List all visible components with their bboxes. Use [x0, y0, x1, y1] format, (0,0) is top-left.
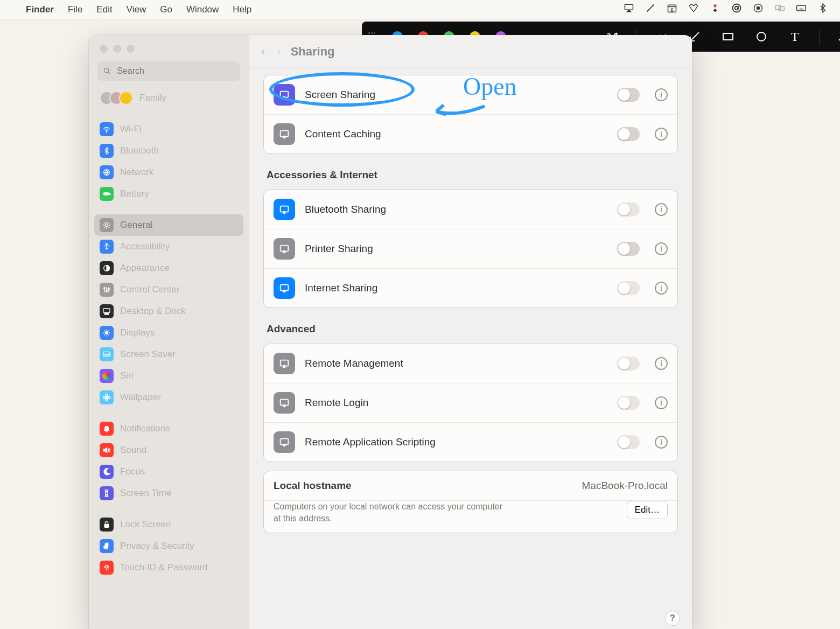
- setting-row-printer-sharing[interactable]: Printer Sharingi: [264, 229, 677, 268]
- sidebar-item-label: Touch ID & Password: [120, 562, 208, 573]
- nav-forward[interactable]: ›: [275, 45, 283, 59]
- toggle-switch[interactable]: [617, 127, 640, 141]
- app-name[interactable]: Finder: [26, 4, 54, 15]
- svg-rect-5: [775, 5, 781, 10]
- sharing-services-group: Screen SharingiContent Cachingi: [263, 75, 678, 154]
- record-icon[interactable]: [753, 3, 764, 16]
- sidebar-item-screen-time[interactable]: Screen Time: [94, 483, 243, 504]
- toggle-switch[interactable]: [617, 357, 640, 371]
- sidebar-item-control-center[interactable]: Control Center: [94, 279, 243, 300]
- info-icon[interactable]: i: [655, 282, 668, 295]
- info-icon[interactable]: i: [655, 242, 668, 255]
- hostname-value: MacBook-Pro.local: [582, 480, 668, 492]
- sidebar-item-displays[interactable]: Displays: [94, 322, 243, 344]
- traffic-max[interactable]: [127, 45, 135, 53]
- svg-point-16: [106, 243, 108, 245]
- sidebar-item-accessibility[interactable]: Accessibility: [94, 236, 243, 257]
- info-icon[interactable]: i: [655, 128, 668, 141]
- toggle-switch[interactable]: [617, 242, 640, 256]
- row-label: Screen Sharing: [305, 89, 607, 101]
- sidebar-item-touch-id-password[interactable]: Touch ID & Password: [94, 557, 243, 578]
- svg-point-4: [757, 7, 760, 10]
- setting-row-remote-management[interactable]: Remote Managementi: [264, 344, 677, 383]
- sidebar-item-network[interactable]: Network: [94, 162, 243, 183]
- screenmirror-icon[interactable]: [774, 3, 785, 16]
- svg-point-25: [106, 396, 108, 399]
- menu-view[interactable]: View: [127, 4, 146, 15]
- sidebar-item-label: Focus: [120, 466, 145, 477]
- setting-row-screen-sharing[interactable]: Screen Sharingi: [264, 75, 677, 114]
- search-input[interactable]: [116, 66, 235, 76]
- hostname-label: Local hostname: [274, 480, 352, 492]
- menu-go[interactable]: Go: [160, 4, 172, 15]
- info-icon[interactable]: i: [655, 357, 668, 370]
- setting-row-internet-sharing[interactable]: Internet Sharingi: [264, 268, 677, 307]
- sidebar-item-notifications[interactable]: Notifications: [94, 418, 243, 439]
- setting-row-remote-login[interactable]: Remote Logini: [264, 383, 677, 422]
- sidebar-item-siri[interactable]: Siri: [94, 365, 243, 387]
- menu-file[interactable]: File: [68, 4, 82, 15]
- airplay-icon[interactable]: [624, 3, 634, 16]
- svg-point-19: [106, 290, 108, 292]
- svg-point-28: [103, 396, 105, 399]
- calendar-icon[interactable]: 6: [667, 3, 677, 16]
- toggle-switch[interactable]: [617, 281, 640, 295]
- sidebar-item-family[interactable]: Family: [94, 87, 243, 109]
- sidebar-item-desktop-dock[interactable]: Desktop & Dock: [94, 300, 243, 322]
- diamond-icon[interactable]: [710, 3, 720, 16]
- traffic-close[interactable]: [100, 45, 108, 53]
- svg-point-15: [105, 223, 108, 226]
- keyboard-icon[interactable]: [796, 3, 807, 16]
- setting-row-remote-application-scripting[interactable]: Remote Application Scriptingi: [264, 422, 677, 462]
- toggle-switch[interactable]: [617, 88, 640, 102]
- menu-edit[interactable]: Edit: [96, 4, 112, 15]
- svg-point-38: [283, 251, 285, 253]
- text-tool-icon[interactable]: T: [786, 30, 804, 44]
- rect-tool-icon[interactable]: [719, 30, 737, 43]
- setting-row-bluetooth-sharing[interactable]: Bluetooth Sharingi: [264, 190, 677, 229]
- info-icon[interactable]: i: [655, 88, 668, 101]
- row-label: Internet Sharing: [305, 282, 607, 294]
- toggle-switch[interactable]: [617, 202, 640, 216]
- search-field[interactable]: [97, 61, 240, 81]
- fox-icon[interactable]: [688, 3, 699, 16]
- traffic-min[interactable]: [113, 45, 121, 53]
- menu-window[interactable]: Window: [186, 4, 219, 15]
- edit-hostname-button[interactable]: Edit…: [627, 501, 668, 519]
- nav-back[interactable]: ‹: [259, 45, 267, 59]
- toggle-switch[interactable]: [617, 435, 640, 449]
- sidebar-item-general[interactable]: General: [94, 214, 243, 236]
- sidebar-item-lock-screen[interactable]: Lock Screen: [94, 514, 243, 535]
- circle-tool-icon[interactable]: [752, 30, 771, 43]
- toggle-switch[interactable]: [617, 396, 640, 410]
- sidebar-item-label: Control Center: [120, 284, 180, 295]
- sidebar-item-label: Sound: [120, 445, 146, 456]
- info-icon[interactable]: i: [655, 203, 668, 216]
- setting-row-content-caching[interactable]: Content Cachingi: [264, 114, 677, 153]
- svg-point-42: [283, 366, 285, 368]
- help-button[interactable]: ?: [665, 611, 680, 626]
- sidebar-item-label: Displays: [120, 327, 155, 338]
- sidebar-item-bluetooth[interactable]: Bluetooth: [94, 140, 243, 162]
- sidebar-item-sound[interactable]: Sound: [94, 439, 243, 461]
- pen-icon[interactable]: [645, 3, 656, 16]
- sidebar-item-battery[interactable]: Battery: [94, 183, 243, 205]
- sidebar-item-appearance[interactable]: Appearance: [94, 257, 243, 279]
- sidebar-item-wallpaper[interactable]: Wallpaper: [94, 387, 243, 408]
- eraser-tool-icon[interactable]: [835, 30, 840, 43]
- bluetooth-icon[interactable]: [817, 3, 828, 16]
- sidebar-item-screen-saver[interactable]: Screen Saver: [94, 344, 243, 365]
- sidebar-item-label: Privacy & Security: [120, 541, 194, 551]
- row-label: Bluetooth Sharing: [305, 204, 607, 215]
- info-icon[interactable]: i: [655, 396, 668, 409]
- window-controls[interactable]: [89, 35, 249, 58]
- sidebar-item-privacy-security[interactable]: Privacy & Security: [94, 535, 243, 557]
- mac-menubar: Finder File Edit View Go Window Help 6: [0, 0, 840, 19]
- menu-help[interactable]: Help: [233, 4, 251, 15]
- sidebar-item-focus[interactable]: Focus: [94, 461, 243, 483]
- svg-rect-0: [625, 4, 633, 10]
- sidebar-item-wi-fi[interactable]: Wi-Fi: [94, 118, 243, 140]
- info-icon[interactable]: i: [655, 436, 668, 449]
- grammarly-icon[interactable]: [731, 3, 742, 16]
- svg-point-11: [106, 131, 107, 132]
